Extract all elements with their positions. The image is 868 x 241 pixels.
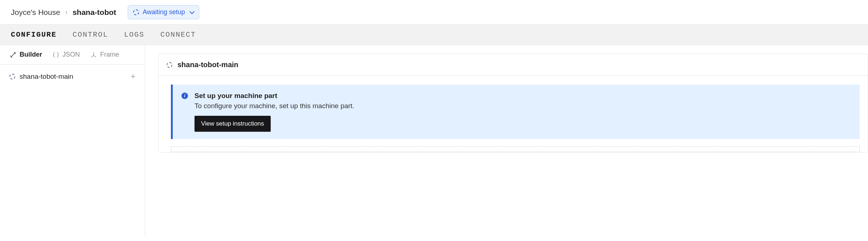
- axis-icon: [90, 51, 97, 58]
- sidebar-item-label: shana-tobot-main: [20, 73, 73, 81]
- content-area: shana-tobot-main i Set up your machine p…: [145, 45, 868, 237]
- sidebar-item-machine[interactable]: shana-tobot-main +: [0, 65, 145, 89]
- sidebar-tab-builder[interactable]: Builder: [9, 51, 42, 58]
- view-setup-instructions-button[interactable]: View setup instructions: [195, 116, 271, 132]
- component-placeholder: [171, 146, 860, 152]
- tab-connect[interactable]: CONNECT: [160, 25, 196, 45]
- setup-info-box: i Set up your machine part To configure …: [171, 85, 860, 139]
- status-pending-icon: [9, 74, 15, 79]
- add-component-button[interactable]: +: [131, 72, 135, 81]
- breadcrumb-bar: Joyce's House › shana-tobot Awaiting set…: [0, 0, 868, 24]
- status-pending-icon: [167, 62, 172, 68]
- sidebar-tab-label: JSON: [62, 51, 80, 58]
- tab-configure[interactable]: CONFIGURE: [11, 25, 57, 45]
- status-pending-icon: [133, 9, 139, 15]
- main-area: Builder JSON Frame shana-tobot-main + sh…: [0, 45, 868, 237]
- info-content: Set up your machine part To configure yo…: [195, 92, 354, 132]
- sidebar: Builder JSON Frame shana-tobot-main +: [0, 45, 145, 237]
- breadcrumb-parent[interactable]: Joyce's House: [11, 8, 60, 17]
- panel-header: shana-tobot-main: [159, 54, 868, 76]
- chevron-down-icon: [189, 9, 195, 14]
- info-icon: i: [181, 93, 188, 99]
- breadcrumb-current: shana-tobot: [73, 8, 116, 17]
- sidebar-tab-frame[interactable]: Frame: [90, 51, 119, 58]
- sidebar-item-content: shana-tobot-main: [9, 73, 73, 81]
- sidebar-tab-label: Frame: [100, 51, 119, 58]
- sidebar-tab-label: Builder: [20, 51, 42, 58]
- top-tabs: CONFIGURE CONTROL LOGS CONNECT: [0, 24, 868, 45]
- info-description: To configure your machine, set up this m…: [195, 102, 354, 110]
- sidebar-tabs: Builder JSON Frame: [0, 45, 145, 65]
- tools-icon: [9, 51, 17, 58]
- tab-logs[interactable]: LOGS: [124, 25, 144, 45]
- panel-title: shana-tobot-main: [177, 61, 238, 69]
- status-label: Awaiting setup: [143, 8, 185, 16]
- machine-panel: shana-tobot-main i Set up your machine p…: [158, 54, 868, 152]
- status-dropdown[interactable]: Awaiting setup: [128, 5, 199, 19]
- chevron-right-icon: ›: [65, 8, 67, 16]
- info-title: Set up your machine part: [195, 92, 354, 100]
- braces-icon: [52, 51, 60, 58]
- tab-control[interactable]: CONTROL: [73, 25, 108, 45]
- sidebar-tab-json[interactable]: JSON: [52, 51, 80, 58]
